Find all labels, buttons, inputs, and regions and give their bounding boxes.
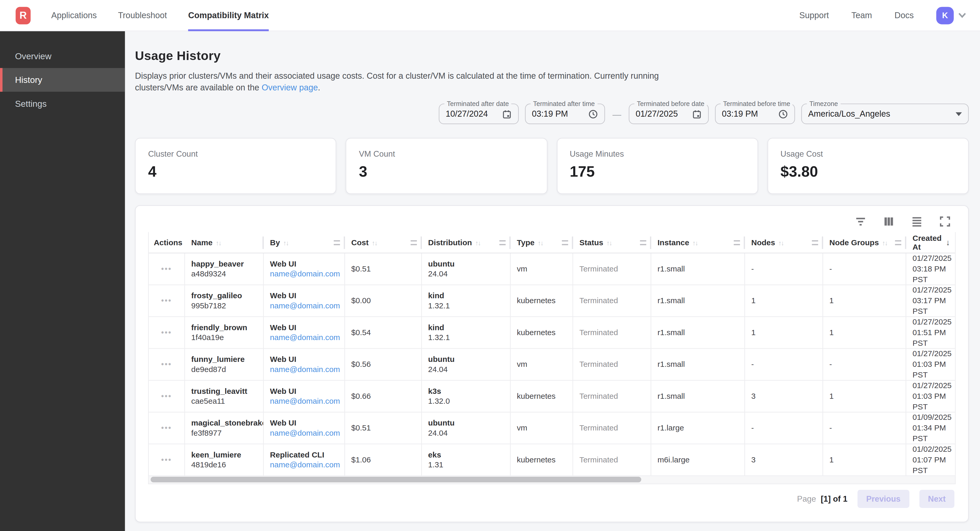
terminated-after-time-value[interactable]: 03:19 PM: [532, 109, 583, 119]
cell-by: Web UI name@domain.com: [264, 380, 345, 412]
table-header-row: Actions Name ↑↓ By ↑↓ Cost: [149, 232, 955, 253]
column-header-status[interactable]: Status ↑↓: [573, 232, 651, 252]
nav-link-docs[interactable]: Docs: [894, 11, 914, 20]
fullscreen-icon[interactable]: [938, 215, 952, 228]
row-actions-button[interactable]: •••: [161, 361, 172, 368]
created-by-email-link[interactable]: name@domain.com: [270, 429, 338, 437]
cell-node-groups: 1: [823, 444, 907, 476]
cell-name: frosty_galileo 995b7182: [185, 285, 264, 316]
sort-icon[interactable]: ↑↓: [606, 239, 611, 246]
column-header-name[interactable]: Name ↑↓: [185, 232, 264, 252]
next-page-button[interactable]: Next: [919, 490, 954, 507]
column-header-distribution[interactable]: Distribution ↑↓: [422, 232, 511, 252]
calendar-icon[interactable]: [502, 109, 512, 119]
calendar-icon[interactable]: [692, 109, 702, 119]
replicated-logo[interactable]: R: [16, 6, 31, 24]
sort-icon[interactable]: ↑↓: [475, 239, 480, 246]
terminated-before-date-value[interactable]: 01/27/2025: [636, 109, 687, 119]
column-header-cost[interactable]: Cost ↑↓: [345, 232, 422, 252]
cell-name: keen_lumiere 4819de16: [185, 444, 264, 476]
filter-icon[interactable]: [854, 215, 868, 228]
row-actions-button[interactable]: •••: [161, 393, 172, 400]
column-menu-icon[interactable]: [500, 240, 506, 245]
status-badge: Terminated: [579, 296, 644, 305]
created-by-email-link[interactable]: name@domain.com: [270, 461, 338, 469]
sort-icon[interactable]: ↑↓: [216, 239, 221, 246]
clock-icon[interactable]: [588, 109, 598, 119]
cluster-name: friendly_brown: [191, 323, 257, 332]
tab-applications[interactable]: Applications: [51, 0, 97, 31]
cell-actions: •••: [149, 412, 185, 444]
sort-descending-icon[interactable]: ↓: [946, 238, 950, 247]
scrollbar-thumb[interactable]: [151, 477, 641, 482]
account-menu[interactable]: K: [936, 6, 966, 24]
cell-created-at: 01/27/2025 03:18 PM PST: [906, 253, 955, 284]
sort-icon[interactable]: ↑↓: [283, 239, 288, 246]
tab-compatibility-matrix[interactable]: Compatibility Matrix: [188, 0, 269, 31]
sort-icon[interactable]: ↑↓: [692, 239, 698, 246]
terminated-before-time-field[interactable]: Terminated before time 03:19 PM: [715, 104, 795, 124]
terminated-after-date-value[interactable]: 10/27/2024: [445, 109, 497, 119]
cell-distribution: k3s 1.32.0: [422, 380, 511, 412]
column-menu-icon[interactable]: [334, 240, 340, 245]
sort-icon[interactable]: ↑↓: [882, 239, 887, 246]
created-by-email-link[interactable]: name@domain.com: [270, 269, 338, 279]
density-icon[interactable]: [910, 215, 924, 228]
nav-link-team[interactable]: Team: [851, 11, 872, 20]
columns-icon[interactable]: [882, 215, 896, 228]
created-by-email-link[interactable]: name@domain.com: [270, 397, 338, 406]
column-menu-icon[interactable]: [734, 240, 740, 245]
status-badge: Terminated: [579, 265, 644, 273]
sort-icon[interactable]: ↑↓: [538, 239, 543, 246]
column-menu-icon[interactable]: [410, 240, 417, 245]
timezone-value[interactable]: America/Los_Angeles: [808, 109, 951, 119]
column-menu-icon[interactable]: [562, 240, 568, 245]
row-actions-button[interactable]: •••: [161, 297, 172, 304]
table-body: ••• happy_beaver a48d9324 Web UI name@do…: [149, 253, 955, 476]
terminated-before-time-value[interactable]: 03:19 PM: [722, 109, 773, 119]
tab-troubleshoot[interactable]: Troubleshoot: [118, 0, 167, 31]
created-by-email-link[interactable]: name@domain.com: [270, 365, 338, 374]
row-actions-button[interactable]: •••: [161, 329, 172, 336]
previous-page-button[interactable]: Previous: [858, 490, 909, 507]
timezone-select[interactable]: Timezone America/Los_Angeles: [801, 104, 969, 124]
row-actions-button[interactable]: •••: [161, 456, 172, 464]
column-header-created-at[interactable]: Created At ↓: [906, 232, 955, 252]
created-date: 01/02/2025: [912, 444, 948, 455]
cell-nodes: -: [745, 349, 823, 380]
column-header-by[interactable]: By ↑↓: [264, 232, 345, 252]
created-by-email-link[interactable]: name@domain.com: [270, 333, 338, 342]
sort-icon[interactable]: ↑↓: [372, 239, 377, 246]
cluster-name: happy_beaver: [191, 260, 257, 268]
sidebar-item-overview[interactable]: Overview: [0, 44, 125, 68]
sidebar-item-history[interactable]: History: [0, 68, 125, 92]
avatar[interactable]: K: [936, 6, 954, 24]
created-time: 03:17 PM PST: [912, 295, 948, 316]
dropdown-caret-icon[interactable]: [956, 112, 962, 116]
terminated-after-time-field[interactable]: Terminated after time 03:19 PM: [525, 104, 605, 124]
terminated-before-date-field[interactable]: Terminated before date 01/27/2025: [628, 104, 709, 124]
sort-icon[interactable]: ↑↓: [778, 239, 783, 246]
column-header-nodes[interactable]: Nodes ↑↓: [745, 232, 823, 252]
sidebar-item-settings[interactable]: Settings: [0, 92, 125, 115]
row-actions-button[interactable]: •••: [161, 265, 172, 273]
nav-link-support[interactable]: Support: [799, 11, 829, 20]
created-by-source: Web UI: [270, 323, 338, 332]
column-header-instance[interactable]: Instance ↑↓: [651, 232, 745, 252]
horizontal-scrollbar[interactable]: [148, 476, 956, 484]
overview-page-link[interactable]: Overview page: [262, 83, 318, 92]
created-by-email-link[interactable]: name@domain.com: [270, 301, 338, 310]
cell-node-groups: -: [823, 412, 907, 444]
terminated-after-date-field[interactable]: Terminated after date 10/27/2024: [439, 104, 519, 124]
column-header-node-groups[interactable]: Node Groups ↑↓: [823, 232, 907, 252]
cell-actions: •••: [149, 380, 185, 412]
column-menu-icon[interactable]: [812, 240, 818, 245]
column-menu-icon[interactable]: [895, 240, 901, 245]
column-header-type[interactable]: Type ↑↓: [511, 232, 573, 252]
column-menu-icon[interactable]: [640, 240, 646, 245]
usage-cost-value: $3.80: [781, 163, 956, 180]
cell-type: vm: [511, 253, 573, 284]
clock-icon[interactable]: [778, 109, 788, 119]
row-actions-button[interactable]: •••: [161, 424, 172, 432]
cell-created-at: 01/09/2025 01:34 PM PST: [906, 412, 955, 444]
